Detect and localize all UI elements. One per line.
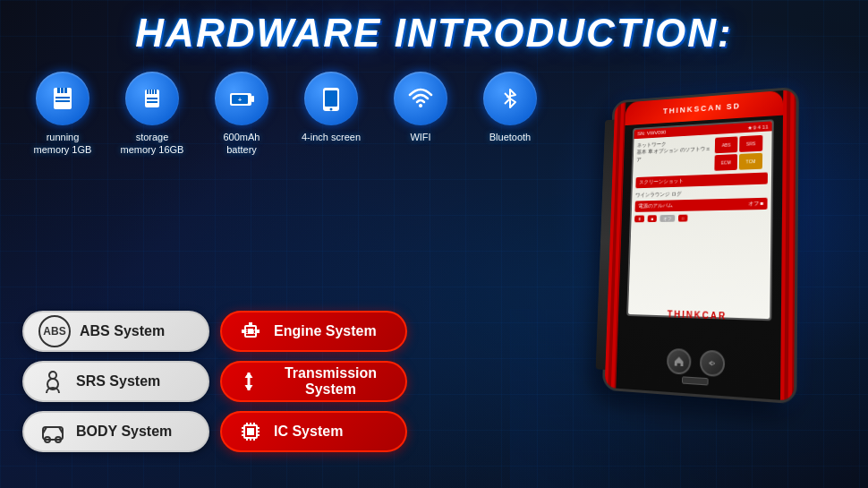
page-title: HARDWARE INTRODUCTION: [0, 0, 868, 56]
thinkcar-brand: THINKCAR [667, 309, 727, 321]
svg-rect-22 [249, 322, 252, 326]
svg-text:+: + [238, 97, 242, 103]
feature-battery: + 600mAhbattery [206, 72, 277, 157]
device-screen: SN: VWV090 ★ 9 4 11 ネットワーク 基本 車 オプション のソ… [626, 119, 774, 321]
abs-system-label: ABS System [80, 323, 165, 339]
svg-rect-9 [152, 90, 154, 94]
feature-screen: 4-inch screen [295, 72, 367, 143]
running-memory-label: runningmemory 1GB [34, 131, 92, 157]
device-brand-label: THINKSCAN SD [663, 101, 741, 116]
svg-point-19 [330, 108, 333, 111]
usb-port [682, 376, 709, 385]
device-home-btn[interactable] [667, 348, 692, 375]
svg-rect-18 [325, 90, 337, 107]
device-body: THINKSCAN SD SN: VWV090 ★ 9 4 11 ネットワーク [602, 87, 799, 405]
wifi-icon-circle [394, 72, 447, 125]
svg-rect-45 [247, 428, 254, 435]
transmission-system-label: Transmission System [270, 365, 391, 398]
device-back-btn[interactable] [700, 350, 726, 378]
abs-icon: ABS [38, 315, 71, 347]
battery-label: 600mAhbattery [224, 131, 260, 157]
engine-system-label: Engine System [274, 323, 377, 339]
body-icon [38, 417, 67, 446]
screen-label: 4-inch screen [302, 131, 361, 143]
wifi-icon [406, 84, 435, 113]
device-inner: THINKSCAN SD SN: VWV090 ★ 9 4 11 ネットワーク [616, 90, 783, 400]
ic-system-label: IC System [274, 424, 343, 440]
transmission-system-button[interactable]: Transmission System [220, 361, 407, 402]
storage-memory-label: storagememory 16GB [121, 131, 184, 157]
svg-rect-7 [147, 90, 149, 94]
svg-rect-1 [57, 88, 60, 93]
systems-row-1: ABS ABS System ENG Engine System [22, 311, 407, 352]
svg-rect-8 [149, 90, 151, 94]
body-system-button[interactable]: BODY System [22, 411, 209, 452]
svg-rect-2 [61, 88, 64, 93]
body-system-label: BODY System [76, 424, 172, 440]
feature-wifi: WIFI [385, 72, 456, 143]
svg-rect-12 [147, 101, 157, 103]
screen-menu-item-2: 電源のアルバムオフ ■ [634, 198, 767, 212]
svg-point-20 [419, 104, 422, 107]
feature-storage-memory: storagememory 16GB [116, 72, 188, 157]
wifi-label: WIFI [410, 131, 430, 143]
ic-system-button[interactable]: IC System [220, 411, 407, 452]
systems-area: ABS ABS System ENG Engine System [22, 311, 407, 461]
device-area: THINKSCAN SD SN: VWV090 ★ 9 4 11 ネットワーク [456, 54, 841, 430]
screen-content: SN: VWV090 ★ 9 4 11 ネットワーク 基本 車 オプション のソ… [628, 121, 772, 319]
storage-icon [138, 84, 166, 113]
svg-rect-5 [55, 100, 70, 102]
sd-card-icon [48, 84, 77, 113]
tablet-icon [317, 84, 345, 113]
screen-header-left: SN: VWV090 [637, 130, 666, 137]
srs-icon [38, 367, 67, 396]
screen-header-right: ★ 9 4 11 [747, 124, 769, 131]
transmission-icon [236, 367, 261, 396]
ic-icon [236, 417, 265, 446]
engine-system-button[interactable]: ENG Engine System [220, 311, 407, 352]
svg-rect-14 [251, 96, 254, 102]
battery-icon-circle: + [215, 72, 268, 125]
systems-row-2: SRS System Transmission System [22, 361, 407, 402]
svg-point-27 [49, 372, 56, 379]
storage-memory-icon-circle [125, 72, 179, 125]
device-mock: THINKSCAN SD SN: VWV090 ★ 9 4 11 ネットワーク [562, 82, 847, 428]
running-memory-icon-circle [36, 72, 89, 125]
svg-rect-11 [147, 98, 157, 99]
battery-icon: + [227, 84, 256, 113]
device-buttons [667, 348, 725, 378]
svg-rect-10 [155, 90, 157, 94]
srs-system-label: SRS System [76, 373, 160, 390]
srs-system-button[interactable]: SRS System [22, 361, 209, 402]
systems-row-3: BODY System [22, 411, 407, 452]
svg-rect-4 [55, 97, 70, 98]
screen-icon-circle [304, 72, 358, 125]
engine-icon: ENG [236, 317, 265, 346]
svg-rect-3 [64, 88, 67, 93]
page-content: HARDWARE INTRODUCTION: runningmemory 1GB [0, 0, 868, 488]
abs-system-button[interactable]: ABS ABS System [22, 311, 209, 352]
feature-running-memory: runningmemory 1GB [27, 72, 98, 157]
